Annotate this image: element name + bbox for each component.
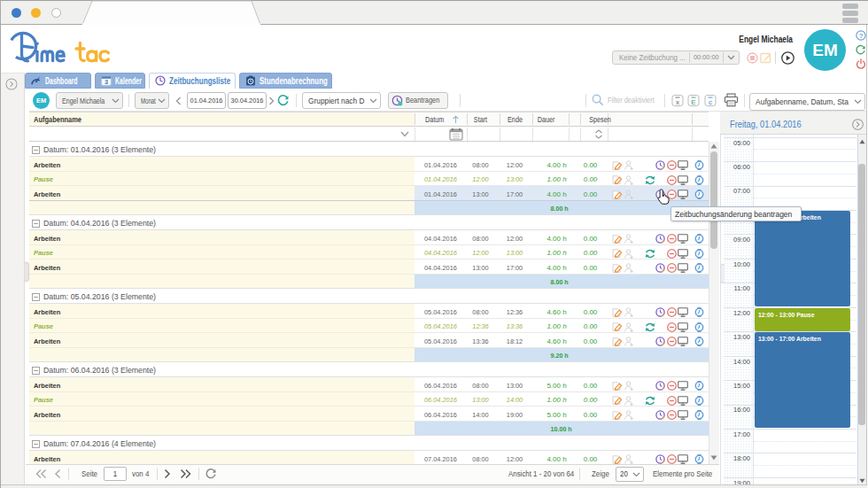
svg-text:E: E <box>691 98 695 106</box>
svg-text:x: x <box>676 98 679 106</box>
svg-text:3: 3 <box>105 78 108 86</box>
svg-text:c: c <box>709 98 712 106</box>
svg-text:?: ? <box>859 32 864 40</box>
